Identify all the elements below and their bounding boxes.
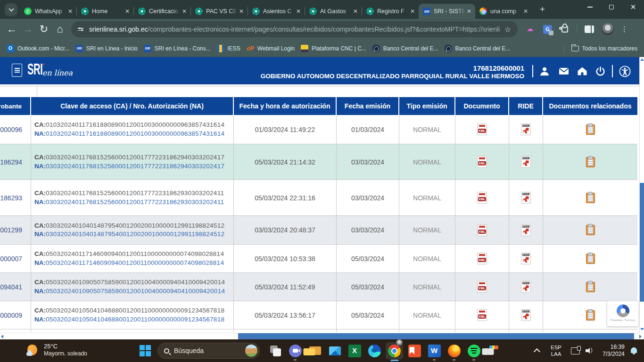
bookmark-webmail[interactable]: cPWebmail Login [247,45,295,52]
maximize-button[interactable] [601,0,622,14]
tab-close-icon[interactable]: ✕ [124,8,131,15]
xml-file-icon[interactable]: XML [477,156,487,168]
bookmark-outlook[interactable]: OOutlook.com - Micr... [7,45,69,52]
tab-close-icon[interactable]: ✕ [181,8,188,15]
back-button[interactable]: ← [4,21,20,37]
address-bar[interactable]: srienlinea.sri.gob.ec/comprobantes-elect… [71,21,518,37]
pdf-file-icon[interactable] [521,224,531,236]
tab-at-gastos[interactable]: ✿ At Gastos ✕ [305,4,362,19]
tab-close-icon[interactable]: ✕ [465,8,473,15]
scroll-down-arrow[interactable] [640,328,644,330]
firefox-button[interactable] [448,345,461,357]
pdf-file-icon[interactable] [521,123,531,135]
edge-button[interactable] [368,345,381,357]
tab-registro[interactable]: ✿ Registro F ✕ [362,4,419,19]
scroll-left-arrow[interactable] [1,335,3,338]
na-link[interactable]: 0303202401176815256000120017772231862940… [46,163,224,170]
home-button[interactable]: ⌂ [52,21,68,37]
tab-home[interactable]: ✿ Home ✕ [77,4,133,19]
pdf-file-icon[interactable] [521,281,531,293]
pdf-file-icon[interactable] [521,253,531,264]
forward-button[interactable]: → [20,21,36,37]
na-link[interactable]: 0303202401040148795400120020010000012991… [46,230,224,238]
recaptcha-badge[interactable]: Privacidad - Términos [607,301,639,327]
related-docs-icon[interactable] [586,157,595,167]
spotify-button[interactable] [468,345,480,357]
start-button[interactable] [140,345,151,357]
na-link[interactable]: 0503202401090507585900120010040000940410… [46,288,225,295]
tab-una-comp[interactable]: una comp ✕ [475,4,532,19]
mail-app-button[interactable] [329,345,341,357]
refresh-button[interactable]: ↻ [36,21,52,37]
related-docs-icon[interactable] [586,225,595,235]
pdf-file-icon[interactable] [521,309,531,321]
chrome-button-active[interactable] [386,342,403,359]
xml-file-icon[interactable]: XML [477,281,487,293]
tab-asientos[interactable]: ✿ Asientos C ✕ [248,4,305,19]
scroll-right-arrow[interactable] [639,335,642,338]
xml-file-icon[interactable]: XML [477,309,487,321]
horizontal-scroll-thumb[interactable] [238,333,634,339]
site-info-icon[interactable] [78,28,83,31]
word-button[interactable]: W [428,345,441,357]
excel-button[interactable]: X [348,345,361,357]
all-bookmarks[interactable]: Todos los marcadores [563,44,637,53]
network-icon[interactable] [571,347,580,354]
tab-close-icon[interactable]: ✕ [409,8,416,15]
bookmark-star-icon[interactable]: ☆ [504,25,511,34]
scroll-up-arrow[interactable] [640,58,644,61]
xml-file-icon[interactable]: XML [477,192,487,204]
tab-close-icon[interactable]: ✕ [352,8,359,15]
file-explorer-button[interactable] [309,345,322,357]
mail-icon[interactable] [558,65,570,77]
pdf-file-icon[interactable] [521,156,531,168]
hamburger-menu-icon[interactable] [12,64,22,77]
new-tab-button[interactable]: ＋ [538,3,546,14]
tab-close-icon[interactable]: ✕ [238,8,245,15]
bookmark-cnc[interactable]: Plataforma CNC | C... [301,45,366,52]
na-link[interactable]: 0303202401176815256000120017772231862930… [46,198,224,206]
xml-file-icon[interactable]: XML [477,253,487,264]
vertical-scrollbar[interactable] [639,57,644,333]
related-docs-icon[interactable] [586,310,595,321]
tab-whatsapp[interactable]: ✆ WhatsApp ✕ [20,4,76,19]
bookmark-bce-1[interactable]: Banco Central del E... [372,45,438,52]
tab-pac-vs[interactable]: ✿ PAC VS CE ✕ [191,4,248,19]
home-icon[interactable] [576,65,588,77]
clock[interactable]: 16:39 7/3/2024 [603,344,625,358]
taskbar-search[interactable]: Búsqueda [157,343,260,359]
volume-icon[interactable] [586,347,594,354]
related-docs-icon[interactable] [586,193,595,203]
close-button[interactable]: ✕ [622,0,644,14]
na-link[interactable]: 0503202401171460909400120011000000000074… [46,259,224,266]
related-docs-icon[interactable] [586,282,595,292]
extension-weather-icon[interactable]: ☁ [525,25,535,34]
sri-logo[interactable]: SRI en línea [27,61,73,77]
horizontal-scrollbar[interactable] [0,333,644,339]
pdf-file-icon[interactable] [521,192,531,204]
tab-sri-active[interactable]: SRI SRI - SISTE ✕ [419,4,475,19]
power-icon[interactable] [594,65,606,77]
extensions-puzzle-icon[interactable] [561,25,569,33]
bookmark-bce-2[interactable]: Banco Central del E... [445,45,511,52]
bookmark-sri-cons[interactable]: SRISRI en Línea - Cons... [144,45,211,52]
tab-close-icon[interactable]: ✕ [295,8,302,15]
tab-search-button[interactable] [5,3,17,16]
minimize-button[interactable] [579,0,601,14]
tab-close-icon[interactable]: ✕ [522,8,529,15]
translate-icon[interactable]: G [543,25,552,34]
profile-avatar[interactable] [602,23,614,35]
notification-bell-icon[interactable] [630,347,637,354]
related-docs-icon[interactable] [586,124,595,135]
nitro-pdf-button[interactable] [408,345,421,357]
na-link[interactable]: 0503202401050410468800120011000000000091… [46,316,224,323]
task-view-button[interactable] [269,345,282,357]
tab-close-icon[interactable]: ✕ [66,8,74,15]
related-docs-icon[interactable] [586,254,595,264]
na-link[interactable]: 0103202401171618808900120010030000000963… [46,130,224,137]
bookmark-sri-inicio[interactable]: SRISRI en Línea - Inicio [75,45,138,52]
language-indicator[interactable]: ESP LAA [551,344,561,357]
menu-kebab-icon[interactable]: ⋮ [621,25,628,33]
taskbar-weather[interactable]: 25°C Mayorm. soleado [25,343,87,357]
chat-button[interactable] [289,345,302,357]
